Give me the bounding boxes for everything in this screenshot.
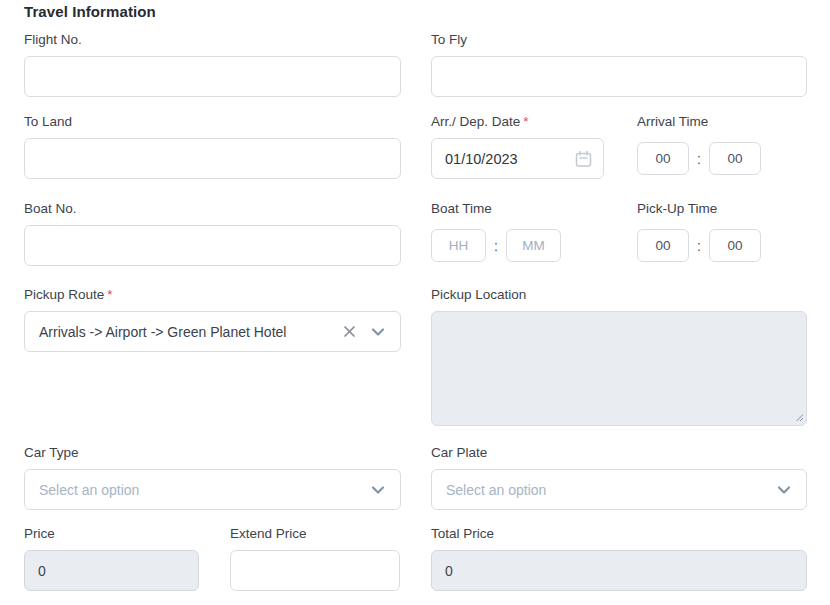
date-picker [431,138,604,179]
travel-information-form: Travel Information Flight No. To Fly To … [0,0,830,591]
arrival-time-hour-input[interactable] [637,142,689,175]
boat-time-group: : [431,225,604,266]
calendar-icon[interactable] [575,150,592,167]
field-extend-price: Extend Price [230,526,400,591]
row-car: Car Type Select an option Car Plate Sele… [24,445,807,510]
to-fly-input[interactable] [431,56,807,97]
boat-no-label: Boat No. [24,201,401,216]
required-asterisk: * [107,287,112,302]
section-title: Travel Information [24,0,807,20]
boat-no-input[interactable] [24,225,401,266]
car-plate-placeholder: Select an option [446,482,776,498]
arr-dep-date-label: Arr./ Dep. Date* [431,114,604,129]
field-car-type: Car Type Select an option [24,445,401,510]
flight-no-label: Flight No. [24,32,401,47]
arr-dep-date-label-text: Arr./ Dep. Date [431,114,520,129]
car-type-placeholder: Select an option [39,482,370,498]
field-car-plate: Car Plate Select an option [431,445,807,510]
pickup-time-label: Pick-Up Time [637,201,807,216]
pickup-time-minute-input[interactable] [709,229,761,262]
field-arr-dep-date: Arr./ Dep. Date* [431,114,604,179]
total-price-input [431,550,807,591]
row-flight: Flight No. To Fly [24,32,807,97]
field-boat-no: Boat No. [24,201,401,266]
extend-price-label: Extend Price [230,526,400,541]
to-fly-label: To Fly [431,32,807,47]
boat-time-minute-input[interactable] [506,229,561,262]
row-price: Price Extend Price Total Price [24,526,807,591]
boat-pickup-time-subrow: Boat Time : Pick-Up Time : [431,201,807,266]
field-pickup-time: Pick-Up Time : [637,201,807,266]
boat-time-hour-input[interactable] [431,229,486,262]
field-pickup-route: Pickup Route* Arrivals -> Airport -> Gre… [24,287,401,352]
to-land-input[interactable] [24,138,401,179]
boat-time-label: Boat Time [431,201,604,216]
select-icons [342,324,386,340]
arrival-time-group: : [637,138,807,179]
field-to-land: To Land [24,114,401,179]
pickup-time-group: : [637,225,807,266]
row-land-date: To Land Arr./ Dep. Date* [24,114,807,179]
price-label: Price [24,526,199,541]
flight-no-input[interactable] [24,56,401,97]
pickup-location-wrap [431,311,807,426]
field-boat-time: Boat Time : [431,201,604,266]
pickup-route-select[interactable]: Arrivals -> Airport -> Green Planet Hote… [24,311,401,352]
field-arrival-time: Arrival Time : [637,114,807,179]
price-input [24,550,199,591]
select-icons [776,482,792,498]
field-pickup-location: Pickup Location [431,287,807,426]
arrival-time-label: Arrival Time [637,114,807,129]
car-plate-select[interactable]: Select an option [431,469,807,510]
total-price-label: Total Price [431,526,807,541]
field-to-fly: To Fly [431,32,807,97]
pickup-route-selected-value: Arrivals -> Airport -> Green Planet Hote… [39,324,342,340]
chevron-down-icon[interactable] [776,482,792,498]
extend-price-input[interactable] [230,550,400,591]
select-icons [370,482,386,498]
pickup-time-hour-input[interactable] [637,229,689,262]
car-type-label: Car Type [24,445,401,460]
car-type-select[interactable]: Select an option [24,469,401,510]
time-separator: : [494,238,498,254]
row-boat: Boat No. Boat Time : Pick-Up Time : [24,201,807,266]
required-asterisk: * [523,114,528,129]
pickup-location-textarea[interactable] [431,311,807,426]
field-flight-no: Flight No. [24,32,401,97]
date-time-subrow: Arr./ Dep. Date* Arrival Time [431,114,807,179]
clear-x-icon[interactable] [342,324,357,339]
pickup-route-label: Pickup Route* [24,287,401,302]
price-subrow: Price Extend Price [24,526,401,591]
row-pickup: Pickup Route* Arrivals -> Airport -> Gre… [24,287,807,426]
arrival-time-minute-input[interactable] [709,142,761,175]
car-plate-label: Car Plate [431,445,807,460]
time-separator: : [697,151,701,167]
chevron-down-icon[interactable] [370,482,386,498]
to-land-label: To Land [24,114,401,129]
time-separator: : [697,238,701,254]
pickup-route-label-text: Pickup Route [24,287,104,302]
field-total-price: Total Price [431,526,807,591]
chevron-down-icon[interactable] [370,324,386,340]
field-price: Price [24,526,199,591]
pickup-location-label: Pickup Location [431,287,807,302]
